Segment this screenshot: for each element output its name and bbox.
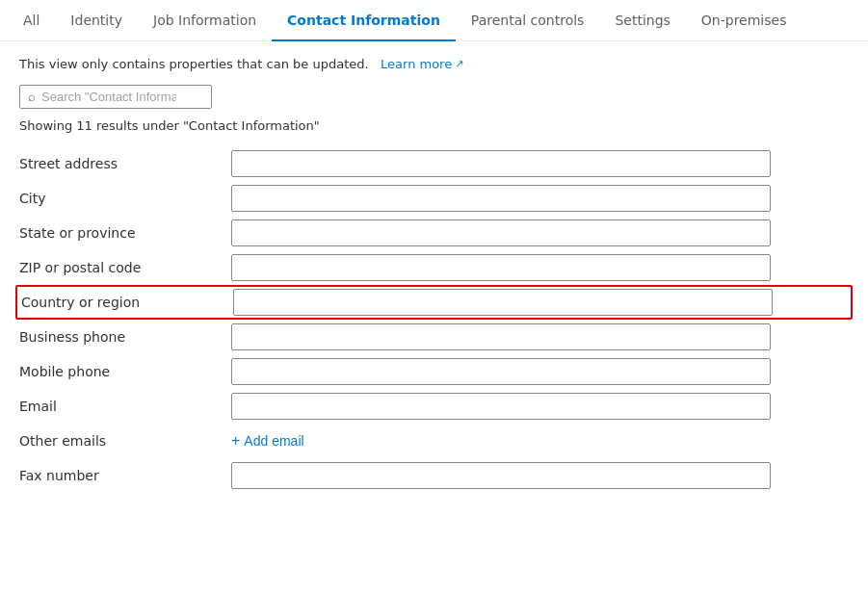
plus-icon: + <box>231 433 240 449</box>
label-mobile-phone: Mobile phone <box>19 360 231 383</box>
results-text: Showing 11 results under "Contact Inform… <box>19 118 849 133</box>
form-row-state-province: State or province <box>19 216 849 250</box>
label-other-emails: Other emails <box>19 429 231 452</box>
field-other-emails: +Add email <box>231 427 849 454</box>
label-city: City <box>19 187 231 210</box>
form-row-other-emails: Other emails+Add email <box>19 424 849 458</box>
input-business-phone[interactable] <box>231 323 771 350</box>
tab-settings[interactable]: Settings <box>599 1 685 41</box>
external-link-icon: ↗ <box>455 58 463 70</box>
field-fax-number <box>231 460 849 491</box>
label-state-province: State or province <box>19 221 231 245</box>
field-state-province <box>231 218 849 248</box>
form-row-business-phone: Business phone <box>19 320 849 354</box>
tab-bar: AllIdentityJob InformationContact Inform… <box>0 0 868 41</box>
tab-identity[interactable]: Identity <box>55 1 138 41</box>
content-area: This view only contains properties that … <box>0 41 868 508</box>
label-country-region: Country or region <box>21 291 233 314</box>
search-icon: ⌕ <box>28 90 36 104</box>
tab-parental-controls[interactable]: Parental controls <box>456 1 600 41</box>
info-bar: This view only contains properties that … <box>19 57 849 71</box>
field-email <box>231 391 849 422</box>
form-row-fax-number: Fax number <box>19 458 849 493</box>
tab-all[interactable]: All <box>8 1 55 41</box>
field-mobile-phone <box>231 356 849 387</box>
form-row-city: City <box>19 181 849 216</box>
label-business-phone: Business phone <box>19 325 231 348</box>
label-street-address: Street address <box>19 152 231 175</box>
add-email-label: Add email <box>244 433 303 449</box>
form-row-mobile-phone: Mobile phone <box>19 354 849 389</box>
search-box[interactable]: ⌕ <box>19 85 212 109</box>
field-business-phone <box>231 322 849 352</box>
learn-more-link[interactable]: Learn more ↗ <box>381 57 463 71</box>
label-fax-number: Fax number <box>19 464 231 487</box>
field-city <box>231 183 849 214</box>
add-email-button[interactable]: +Add email <box>231 429 304 452</box>
form-row-country-region: Country or region <box>15 285 853 320</box>
form-container: Street addressCityState or provinceZIP o… <box>19 146 849 493</box>
field-country-region <box>233 287 847 318</box>
label-email: Email <box>19 395 231 418</box>
input-zip-postal[interactable] <box>231 254 771 281</box>
info-bar-text: This view only contains properties that … <box>19 57 369 71</box>
input-street-address[interactable] <box>231 150 771 177</box>
form-row-street-address: Street address <box>19 146 849 181</box>
search-input[interactable] <box>41 90 176 104</box>
field-zip-postal <box>231 252 849 283</box>
input-fax-number[interactable] <box>231 462 771 489</box>
form-row-email: Email <box>19 389 849 424</box>
field-street-address <box>231 148 849 179</box>
input-state-province[interactable] <box>231 219 771 246</box>
tab-contact-information[interactable]: Contact Information <box>272 1 456 41</box>
tab-job-information[interactable]: Job Information <box>138 1 272 41</box>
input-country-region[interactable] <box>233 289 773 316</box>
tab-on-premises[interactable]: On-premises <box>686 1 802 41</box>
input-mobile-phone[interactable] <box>231 358 771 385</box>
input-city[interactable] <box>231 185 771 212</box>
label-zip-postal: ZIP or postal code <box>19 256 231 279</box>
input-email[interactable] <box>231 393 771 420</box>
form-row-zip-postal: ZIP or postal code <box>19 250 849 285</box>
